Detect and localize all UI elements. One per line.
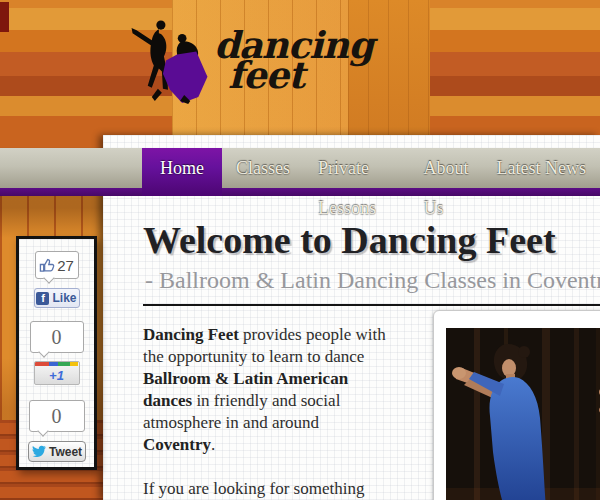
nav-item-classes[interactable]: Classes [222, 148, 304, 188]
social-share-sidebar: 27 f Like 0 +1 0 Tweet [16, 236, 97, 470]
googleplus-count: 0 [30, 321, 84, 353]
page-subtitle: - Ballroom & Latin Dancing Classes in Co… [145, 267, 600, 294]
intro-paragraph-1: Dancing Feet provides people with the op… [143, 324, 388, 456]
photo-frame [433, 310, 600, 500]
nav-item-home[interactable]: Home [142, 148, 222, 196]
main-navigation: Home Classes Private Lessons About Us La… [0, 148, 600, 196]
couple-dancing-photo [446, 328, 600, 500]
twitter-bird-icon [31, 445, 46, 458]
facebook-like-button[interactable]: f Like [34, 288, 80, 308]
divider-rule [143, 304, 600, 306]
nav-item-private-lessons[interactable]: Private Lessons [304, 148, 410, 188]
facebook-like-count: 27 [35, 251, 79, 279]
tweet-button[interactable]: Tweet [28, 441, 86, 462]
brand-name: dancing feet [214, 30, 373, 104]
intro-text: Dancing Feet provides people with the op… [143, 324, 388, 500]
thumbs-up-icon [39, 257, 55, 273]
intro-paragraph-2: If you are looking for something differe… [143, 478, 388, 500]
tweet-count: 0 [29, 400, 85, 432]
nav-item-latest-news[interactable]: Latest News [483, 148, 600, 188]
wood-dark-plank [0, 2, 9, 32]
site-logo[interactable]: dancing feet [128, 18, 373, 104]
dancing-couple-icon [128, 18, 212, 104]
nav-item-about-us[interactable]: About Us [410, 148, 483, 188]
facebook-f-icon: f [36, 292, 49, 305]
googleplus-plusone-button[interactable]: +1 [34, 361, 80, 385]
